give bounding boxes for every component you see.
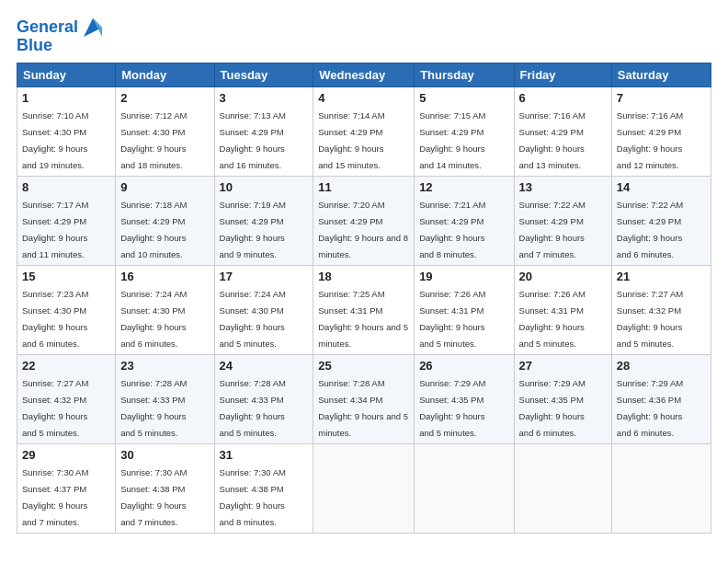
day-number: 16 [120, 270, 209, 283]
weekday-header-monday: Monday [116, 63, 214, 86]
day-number: 28 [617, 359, 706, 373]
calendar-week-3: 15 Sunrise: 7:23 AMSunset: 4:30 PMDaylig… [17, 265, 711, 354]
day-detail: Sunrise: 7:10 AMSunset: 4:30 PMDaylight:… [22, 110, 88, 170]
calendar-cell [611, 443, 711, 533]
day-detail: Sunrise: 7:24 AMSunset: 4:30 PMDaylight:… [220, 289, 286, 349]
day-number: 30 [120, 448, 209, 462]
day-detail: Sunrise: 7:18 AMSunset: 4:29 PMDaylight:… [120, 200, 187, 259]
day-number: 25 [318, 359, 409, 373]
day-number: 24 [220, 359, 309, 373]
day-number: 1 [22, 91, 110, 105]
calendar-cell: 22 Sunrise: 7:27 AMSunset: 4:32 PMDaylig… [17, 354, 116, 443]
calendar-cell: 29 Sunrise: 7:30 AMSunset: 4:37 PMDaylig… [17, 443, 116, 533]
day-detail: Sunrise: 7:24 AMSunset: 4:30 PMDaylight:… [120, 289, 187, 349]
day-number: 23 [120, 359, 209, 373]
day-detail: Sunrise: 7:29 AMSunset: 4:35 PMDaylight:… [419, 378, 485, 438]
calendar-cell: 13 Sunrise: 7:22 AMSunset: 4:29 PMDaylig… [514, 176, 611, 265]
weekday-header-friday: Friday [514, 63, 611, 86]
calendar-cell: 1 Sunrise: 7:10 AMSunset: 4:30 PMDayligh… [17, 86, 116, 176]
calendar-cell [313, 443, 415, 533]
day-number: 4 [318, 91, 409, 105]
calendar-cell: 19 Sunrise: 7:26 AMSunset: 4:31 PMDaylig… [415, 265, 514, 354]
day-detail: Sunrise: 7:30 AMSunset: 4:38 PMDaylight:… [120, 467, 187, 527]
day-number: 14 [617, 180, 706, 194]
calendar-cell: 12 Sunrise: 7:21 AMSunset: 4:29 PMDaylig… [415, 176, 514, 265]
calendar-cell: 6 Sunrise: 7:16 AMSunset: 4:29 PMDayligh… [514, 86, 611, 176]
calendar-week-4: 22 Sunrise: 7:27 AMSunset: 4:32 PMDaylig… [17, 354, 711, 443]
calendar-cell: 26 Sunrise: 7:29 AMSunset: 4:35 PMDaylig… [415, 354, 514, 443]
day-number: 6 [519, 91, 607, 105]
calendar-cell: 7 Sunrise: 7:16 AMSunset: 4:29 PMDayligh… [611, 86, 711, 176]
calendar-cell: 21 Sunrise: 7:27 AMSunset: 4:32 PMDaylig… [611, 265, 711, 354]
header: General Blue [17, 15, 711, 55]
day-detail: Sunrise: 7:14 AMSunset: 4:29 PMDaylight:… [318, 110, 384, 170]
day-detail: Sunrise: 7:21 AMSunset: 4:29 PMDaylight:… [419, 200, 485, 259]
calendar-week-1: 1 Sunrise: 7:10 AMSunset: 4:30 PMDayligh… [17, 86, 711, 176]
logo-text-blue: Blue [17, 36, 52, 54]
calendar-cell: 18 Sunrise: 7:25 AMSunset: 4:31 PMDaylig… [313, 265, 415, 354]
day-number: 29 [22, 448, 110, 462]
day-detail: Sunrise: 7:22 AMSunset: 4:29 PMDaylight:… [519, 200, 586, 259]
calendar-cell: 31 Sunrise: 7:30 AMSunset: 4:38 PMDaylig… [214, 443, 313, 533]
calendar-cell: 20 Sunrise: 7:26 AMSunset: 4:31 PMDaylig… [514, 265, 611, 354]
calendar-cell: 14 Sunrise: 7:22 AMSunset: 4:29 PMDaylig… [611, 176, 711, 265]
day-number: 8 [22, 180, 110, 194]
logo-text: General [17, 18, 78, 37]
calendar-cell: 4 Sunrise: 7:14 AMSunset: 4:29 PMDayligh… [313, 86, 415, 176]
day-detail: Sunrise: 7:25 AMSunset: 4:31 PMDaylight:… [318, 289, 408, 349]
day-number: 9 [120, 180, 209, 194]
weekday-header-row: SundayMondayTuesdayWednesdayThursdayFrid… [17, 63, 711, 86]
day-number: 19 [419, 270, 508, 283]
calendar-cell: 2 Sunrise: 7:12 AMSunset: 4:30 PMDayligh… [116, 86, 214, 176]
day-detail: Sunrise: 7:30 AMSunset: 4:37 PMDaylight:… [22, 467, 88, 527]
day-detail: Sunrise: 7:28 AMSunset: 4:33 PMDaylight:… [120, 378, 187, 438]
weekday-header-sunday: Sunday [17, 63, 116, 86]
day-detail: Sunrise: 7:15 AMSunset: 4:29 PMDaylight:… [419, 110, 485, 170]
calendar-cell: 10 Sunrise: 7:19 AMSunset: 4:29 PMDaylig… [214, 176, 313, 265]
weekday-header-wednesday: Wednesday [313, 63, 415, 86]
day-detail: Sunrise: 7:17 AMSunset: 4:29 PMDaylight:… [22, 200, 88, 259]
day-number: 2 [120, 91, 209, 105]
calendar-table: SundayMondayTuesdayWednesdayThursdayFrid… [17, 63, 711, 534]
day-detail: Sunrise: 7:28 AMSunset: 4:33 PMDaylight:… [220, 378, 286, 438]
calendar-cell: 28 Sunrise: 7:29 AMSunset: 4:36 PMDaylig… [611, 354, 711, 443]
calendar-cell: 8 Sunrise: 7:17 AMSunset: 4:29 PMDayligh… [17, 176, 116, 265]
day-number: 3 [220, 91, 309, 105]
day-number: 13 [519, 180, 607, 194]
day-number: 27 [519, 359, 607, 373]
day-detail: Sunrise: 7:22 AMSunset: 4:29 PMDaylight:… [617, 200, 683, 259]
day-detail: Sunrise: 7:23 AMSunset: 4:30 PMDaylight:… [22, 289, 88, 349]
weekday-header-thursday: Thursday [415, 63, 514, 86]
day-number: 20 [519, 270, 607, 283]
calendar-cell: 17 Sunrise: 7:24 AMSunset: 4:30 PMDaylig… [214, 265, 313, 354]
day-number: 11 [318, 180, 409, 194]
day-detail: Sunrise: 7:28 AMSunset: 4:34 PMDaylight:… [318, 378, 408, 438]
day-detail: Sunrise: 7:26 AMSunset: 4:31 PMDaylight:… [519, 289, 586, 349]
calendar-week-2: 8 Sunrise: 7:17 AMSunset: 4:29 PMDayligh… [17, 176, 711, 265]
day-number: 15 [22, 270, 110, 283]
calendar-cell: 27 Sunrise: 7:29 AMSunset: 4:35 PMDaylig… [514, 354, 611, 443]
calendar-cell: 15 Sunrise: 7:23 AMSunset: 4:30 PMDaylig… [17, 265, 116, 354]
day-detail: Sunrise: 7:19 AMSunset: 4:29 PMDaylight:… [220, 200, 286, 259]
calendar-week-5: 29 Sunrise: 7:30 AMSunset: 4:37 PMDaylig… [17, 443, 711, 533]
logo-icon [80, 15, 106, 40]
calendar-cell: 16 Sunrise: 7:24 AMSunset: 4:30 PMDaylig… [116, 265, 214, 354]
calendar-cell: 11 Sunrise: 7:20 AMSunset: 4:29 PMDaylig… [313, 176, 415, 265]
day-number: 26 [419, 359, 508, 373]
day-detail: Sunrise: 7:16 AMSunset: 4:29 PMDaylight:… [519, 110, 586, 170]
day-number: 22 [22, 359, 110, 373]
calendar-cell: 23 Sunrise: 7:28 AMSunset: 4:33 PMDaylig… [116, 354, 214, 443]
day-number: 10 [220, 180, 309, 194]
day-detail: Sunrise: 7:13 AMSunset: 4:29 PMDaylight:… [220, 110, 286, 170]
day-number: 18 [318, 270, 409, 283]
calendar-cell: 30 Sunrise: 7:30 AMSunset: 4:38 PMDaylig… [116, 443, 214, 533]
day-number: 7 [617, 91, 706, 105]
day-number: 5 [419, 91, 508, 105]
day-detail: Sunrise: 7:27 AMSunset: 4:32 PMDaylight:… [22, 378, 88, 438]
calendar-cell [514, 443, 611, 533]
day-detail: Sunrise: 7:16 AMSunset: 4:29 PMDaylight:… [617, 110, 683, 170]
calendar-cell: 5 Sunrise: 7:15 AMSunset: 4:29 PMDayligh… [415, 86, 514, 176]
logo: General Blue [17, 15, 106, 55]
day-detail: Sunrise: 7:26 AMSunset: 4:31 PMDaylight:… [419, 289, 485, 349]
day-number: 12 [419, 180, 508, 194]
